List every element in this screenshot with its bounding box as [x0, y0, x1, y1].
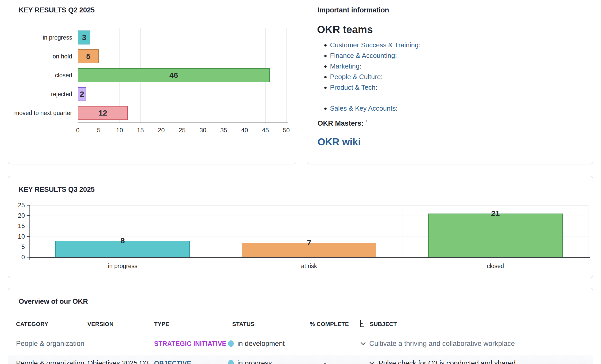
team-colon: : — [418, 41, 420, 49]
column-gridline — [589, 205, 589, 262]
row-2-status-dot — [228, 360, 234, 364]
x-tick-label: 25 — [172, 127, 192, 134]
row-percent-complete: - — [324, 339, 326, 347]
okr-teams-heading: OKR teams — [317, 24, 373, 35]
okr-table-row[interactable]: People & organization Objectives 2025 Q3… — [8, 355, 593, 364]
row-category: People & organization — [16, 359, 84, 364]
column-header-subject: SUBJECT — [370, 321, 397, 328]
row-gridline — [78, 66, 286, 66]
bar-closed — [428, 214, 563, 257]
y-tick-label: 10 — [9, 233, 25, 240]
y-tick-mark — [27, 226, 29, 226]
row-percent-complete: - — [324, 359, 326, 364]
card-okr-overview: Overview of our OKR CATEGORY VERSION TYP… — [8, 288, 593, 364]
row-gridline — [78, 104, 286, 104]
bar-value-label: 7 — [294, 238, 325, 247]
team-colon: : — [395, 52, 397, 59]
column-header-status: STATUS — [232, 321, 255, 328]
card-important-information: Important information OKR teams Customer… — [307, 0, 593, 164]
card-key-results-q2: KEY RESULTS Q2 2025 05101520253035404550… — [8, 0, 296, 164]
q2-bar-chart: 051015202530354045503in progress5on hold… — [8, 0, 296, 164]
bar-value-label: 8 — [107, 236, 138, 245]
category-label: in progress — [84, 263, 161, 270]
x-tick-label: 0 — [67, 127, 88, 134]
q3-bar-chart: 05101520258in progress7at risk21closed — [8, 176, 593, 278]
team-colon: : — [375, 84, 377, 91]
team-colon: : — [396, 104, 397, 112]
team-list-item: Sales & Key Accounts: — [307, 103, 420, 114]
y-tick-mark — [27, 236, 29, 237]
team-link-customer-success[interactable]: Customer Success & Training — [330, 41, 418, 49]
team-link-product-tech[interactable]: Product & Tech — [330, 84, 375, 91]
category-label: on hold — [53, 53, 72, 60]
sort-icon[interactable] — [359, 320, 366, 328]
team-list-item: Customer Success & Training: — [307, 40, 420, 50]
row-gridline — [78, 47, 286, 47]
team-link-people-culture[interactable]: People & Culture — [330, 73, 381, 81]
y-tick-label: 0 — [9, 254, 25, 261]
okr-team-list: Customer Success & Training: Finance & A… — [307, 40, 420, 114]
important-information-title: Important information — [318, 6, 389, 14]
row-version: Objectives 2025 Q3 — [87, 359, 149, 364]
y-tick-mark — [27, 205, 29, 206]
row-1-status-dot — [228, 340, 234, 347]
x-tick-label: 35 — [213, 127, 234, 134]
y-tick-mark — [27, 247, 29, 247]
team-list-item: People & Culture: — [307, 72, 420, 82]
y-axis-line — [78, 28, 78, 123]
y-tick-label: 25 — [9, 202, 25, 209]
column-header-category: CATEGORY — [16, 321, 48, 328]
team-link-marketing[interactable]: Marketing — [330, 62, 359, 70]
y-axis-line — [29, 205, 30, 260]
row-status: in progress — [237, 359, 272, 364]
team-list-item: Finance & Accounting: — [307, 50, 420, 61]
okr-table-row[interactable]: People & organization - STRATEGIC INITIA… — [8, 332, 593, 355]
chevron-down-icon[interactable] — [369, 360, 375, 364]
y-tick-mark — [27, 215, 29, 216]
team-link-sales-key-accounts[interactable]: Sales & Key Accounts — [330, 104, 396, 112]
x-axis-line — [78, 123, 288, 123]
row-subject: Pulse check for Q3 is conducted and shar… — [379, 359, 516, 364]
x-axis-line — [29, 257, 590, 258]
category-label: rejected — [51, 91, 72, 98]
category-label: closed — [457, 263, 534, 270]
bar-value-label: 2 — [78, 90, 86, 98]
okr-row-1-type: STRATEGIC INITIATIVE — [154, 340, 226, 347]
team-link-finance-accounting[interactable]: Finance & Accounting — [330, 52, 395, 59]
overview-title: Overview of our OKR — [19, 298, 88, 306]
team-colon: : — [381, 73, 383, 81]
x-tick-label: 5 — [88, 127, 109, 134]
x-tick-label: 45 — [255, 127, 276, 134]
bar-value-label: 3 — [78, 33, 90, 42]
team-list-spacer — [307, 93, 420, 103]
okr-row-2-type: OBJECTIVE — [154, 360, 191, 364]
y-gridline — [29, 205, 589, 206]
x-tick-label: 15 — [130, 127, 151, 134]
row-status: in development — [237, 339, 285, 347]
x-tick-label: 20 — [151, 127, 171, 134]
row-gridline — [78, 28, 286, 28]
x-tick-label: 10 — [109, 127, 130, 134]
team-colon: : — [359, 62, 361, 70]
row-subject: Cultivate a thriving and collaborative w… — [369, 339, 515, 347]
okr-masters-line: OKR Masters:' — [318, 119, 367, 127]
category-label: in progress — [43, 34, 72, 41]
bar-value-label: 12 — [78, 109, 128, 117]
okr-masters-label: OKR Masters: — [318, 119, 364, 127]
category-label: closed — [55, 72, 72, 79]
category-label: at risk — [270, 263, 348, 270]
row-category: People & organization — [16, 339, 84, 347]
category-label: moved to next quarter — [14, 110, 72, 117]
card-key-results-q3: KEY RESULTS Q3 2025 05101520258in progre… — [8, 176, 593, 278]
column-gridline — [402, 205, 402, 262]
column-header-version: VERSION — [87, 321, 114, 328]
y-tick-label: 15 — [9, 222, 25, 230]
y-tick-label: 5 — [9, 243, 25, 251]
okr-wiki-link[interactable]: OKR wiki — [318, 136, 361, 148]
row-version: - — [87, 339, 90, 347]
bar-value-label: 21 — [480, 209, 511, 218]
chevron-down-icon[interactable] — [360, 340, 366, 347]
x-tick-label: 30 — [193, 127, 213, 134]
okr-masters-mark: ' — [366, 119, 367, 125]
row-gridline — [78, 85, 286, 85]
